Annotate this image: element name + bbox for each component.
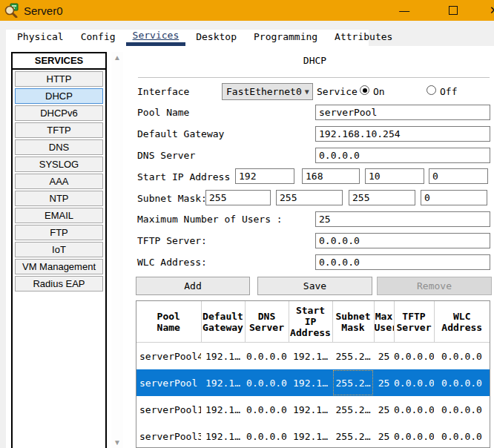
pool-table-cell[interactable]: 0.0.0.0 — [245, 369, 289, 396]
pool-table-cell[interactable]: 0.0.0.0 — [434, 369, 490, 396]
tab[interactable]: Desktop — [189, 30, 243, 46]
sidebar-item[interactable]: HTTP — [15, 71, 103, 87]
server-magnifier-icon — [4, 3, 19, 18]
pool-table-cell[interactable]: 192.1… — [289, 369, 332, 396]
tab[interactable]: Config — [74, 30, 122, 46]
sidebar-item-label: VM Management — [22, 261, 96, 272]
sidebar-item[interactable]: TFTP — [15, 122, 103, 138]
pool-table-cell[interactable]: 255.2… — [332, 396, 374, 423]
ip-octet-input[interactable] — [276, 190, 343, 205]
minimize-button[interactable]: — — [392, 0, 417, 21]
pool-table-cell[interactable]: 192.1… — [201, 343, 245, 370]
pool-table-cell[interactable]: 0.0.0.0 — [434, 343, 490, 370]
ip-octet-input[interactable] — [349, 190, 415, 205]
max-users-input[interactable] — [315, 211, 490, 227]
pool-table-cell[interactable]: 0.0.0.0 — [434, 423, 490, 448]
pool-table-row[interactable]: serverPool4192.1…0.0.0.0192.1…255.2…250.… — [136, 343, 490, 370]
pool-table-cell[interactable]: 0.0.0.0 — [245, 423, 289, 448]
sidebar-item[interactable]: NTP — [15, 191, 103, 206]
tab-label: Services — [133, 30, 180, 41]
pool-table-cell[interactable]: 25 — [374, 396, 394, 423]
tftp-server-input[interactable] — [315, 233, 490, 248]
sidebar-item[interactable]: Radius EAP — [15, 276, 103, 291]
pool-table-cell[interactable]: 25 — [374, 369, 394, 396]
pool-table-column-header[interactable]: Default Gateway — [201, 301, 245, 343]
add-button[interactable]: Add — [136, 277, 250, 295]
default-gateway-input[interactable] — [315, 126, 490, 142]
ip-octet-input[interactable] — [429, 168, 488, 184]
sidebar-item[interactable]: EMAIL — [15, 208, 103, 223]
pool-table-cell[interactable]: 25 — [374, 423, 394, 448]
pool-table-column-header[interactable]: Pool Name — [136, 301, 201, 343]
pool-table-cell[interactable]: 0.0.0.0 — [245, 343, 289, 370]
sidebar-items: HTTP DHCP DHCPv6 TFTP DNS SYSLOG AAA NTP… — [13, 71, 105, 291]
sidebar-item[interactable]: AAA — [15, 174, 103, 189]
pool-table-cell[interactable]: 255.2… — [332, 423, 374, 448]
sidebar-item[interactable]: DHCPv6 — [15, 105, 103, 121]
wlc-address-input[interactable] — [315, 254, 490, 270]
pool-table-row[interactable]: serverPool3192.1…0.0.0.0192.1…255.2…250.… — [136, 423, 490, 448]
scroll-up-icon[interactable]: ▲ — [111, 53, 123, 62]
pool-table-cell[interactable]: 0.0.0.0 — [434, 396, 490, 423]
pool-table-cell[interactable]: 255.2… — [332, 343, 374, 370]
sidebar-item-label: HTTP — [47, 73, 72, 85]
tab[interactable]: Programming — [247, 30, 324, 46]
pool-table-cell[interactable]: 192.1… — [201, 396, 245, 423]
interface-select[interactable]: FastEthernet0 ▼ — [222, 83, 313, 100]
pool-table-cell[interactable]: serverPool1 — [136, 396, 201, 423]
pool-table-row[interactable]: serverPool1192.1…0.0.0.0192.1…255.2…250.… — [136, 396, 490, 423]
separator — [138, 77, 490, 78]
save-button[interactable]: Save — [257, 277, 372, 295]
close-button[interactable]: ✕ — [479, 0, 494, 21]
pool-table-column-header[interactable]: WLC Address — [434, 301, 490, 343]
sidebar-item-label: NTP — [50, 193, 69, 204]
ip-octet-input[interactable] — [421, 190, 487, 205]
ip-octet-input[interactable] — [302, 168, 360, 184]
tab[interactable]: Services — [126, 30, 186, 46]
pool-table-cell[interactable]: serverPool4 — [136, 343, 201, 370]
pool-table-column-header[interactable]: TFTP Server — [394, 301, 434, 343]
scroll-down-icon[interactable]: ▼ — [111, 438, 123, 447]
tftp-server-label: TFTP Server: — [137, 235, 207, 246]
pool-table-cell[interactable]: 192.1… — [289, 423, 332, 448]
sidebar-item[interactable]: FTP — [15, 225, 103, 240]
pool-table-cell[interactable]: 192.1… — [201, 369, 245, 396]
sidebar-item[interactable]: VM Management — [15, 259, 103, 274]
pool-table-column-header[interactable]: DNS Server — [245, 301, 289, 343]
pool-table-cell[interactable]: 0.0.0.0 — [394, 423, 434, 448]
ip-octet-input[interactable] — [235, 168, 294, 184]
service-off-radio[interactable] — [427, 85, 436, 95]
pool-table-cell[interactable]: 0.0.0.0 — [394, 343, 434, 370]
dns-server-input[interactable] — [315, 148, 490, 163]
pool-name-input[interactable] — [315, 105, 490, 120]
sidebar-item[interactable]: DNS — [15, 139, 103, 155]
pool-table-cell[interactable]: 25 — [374, 343, 394, 370]
pool-table-cell[interactable]: 0.0.0.0 — [245, 396, 289, 423]
pool-table-column-header[interactable]: Subnet Mask — [332, 301, 374, 343]
ip-octet-input[interactable] — [205, 190, 271, 205]
sidebar-scrollbar[interactable]: ▲ ▼ — [111, 52, 123, 448]
tab[interactable]: Attributes — [328, 30, 399, 46]
pool-table-cell[interactable]: 192.1… — [289, 396, 332, 423]
ip-octet-input[interactable] — [365, 168, 424, 184]
start-ip-label: Start IP Address : — [137, 171, 242, 182]
pool-table-cell[interactable]: 0.0.0.0 — [394, 369, 434, 396]
sidebar-item[interactable]: IoT — [15, 242, 103, 257]
pool-table-cell[interactable]: 192.1… — [201, 423, 245, 448]
sidebar-item[interactable]: SYSLOG — [15, 157, 103, 172]
pool-table-column-header[interactable]: Start IP Address — [289, 301, 332, 343]
tab[interactable]: Physical — [10, 30, 70, 46]
pool-table-cell[interactable]: serverPool3 — [136, 423, 201, 448]
pool-table-cell[interactable]: 255.2… — [332, 369, 374, 396]
remove-button[interactable]: Remove — [377, 277, 492, 295]
pool-table-cell[interactable]: 0.0.0.0 — [394, 396, 434, 423]
pool-table-cell[interactable]: 192.1… — [289, 343, 332, 370]
remove-button-label: Remove — [417, 280, 452, 291]
pool-table-cell[interactable]: serverPool — [136, 369, 201, 396]
maximize-button[interactable] — [441, 0, 466, 21]
sidebar-item[interactable]: DHCP — [15, 88, 103, 104]
pool-table-column-header[interactable]: Max User — [374, 301, 394, 343]
pool-table-row[interactable]: serverPool192.1…0.0.0.0192.1…255.2…250.0… — [136, 369, 490, 396]
pool-table-header-row: Pool NameDefault GatewayDNS ServerStart … — [136, 301, 490, 343]
service-on-radio[interactable] — [360, 85, 369, 95]
